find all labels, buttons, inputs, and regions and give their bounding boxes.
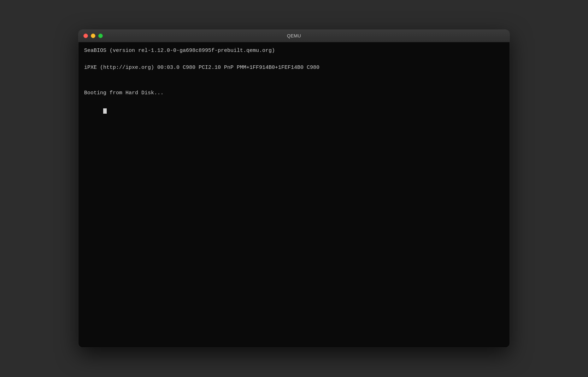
terminal-line-ipxe: iPXE (http://ipxe.org) 00:03.0 C980 PCI2… [84,64,504,72]
minimize-button[interactable] [91,34,95,38]
maximize-button[interactable] [98,34,103,38]
cursor-icon [103,108,107,114]
terminal-blank-1 [84,55,504,64]
terminal-line-booting: Booting from Hard Disk... [84,89,504,97]
window-title: QEMU [287,33,301,38]
traffic-lights [83,34,103,38]
terminal-blank-3 [84,80,504,89]
qemu-window: QEMU SeaBIOS (version rel-1.12.0-0-ga698… [78,30,510,347]
terminal-blank-2 [84,72,504,80]
close-button[interactable] [83,34,88,38]
titlebar: QEMU [78,30,510,42]
terminal-line-seabios: SeaBIOS (version rel-1.12.0-0-ga698c8995… [84,47,504,55]
terminal-cursor-line [84,97,504,123]
terminal-body[interactable]: SeaBIOS (version rel-1.12.0-0-ga698c8995… [78,42,510,347]
